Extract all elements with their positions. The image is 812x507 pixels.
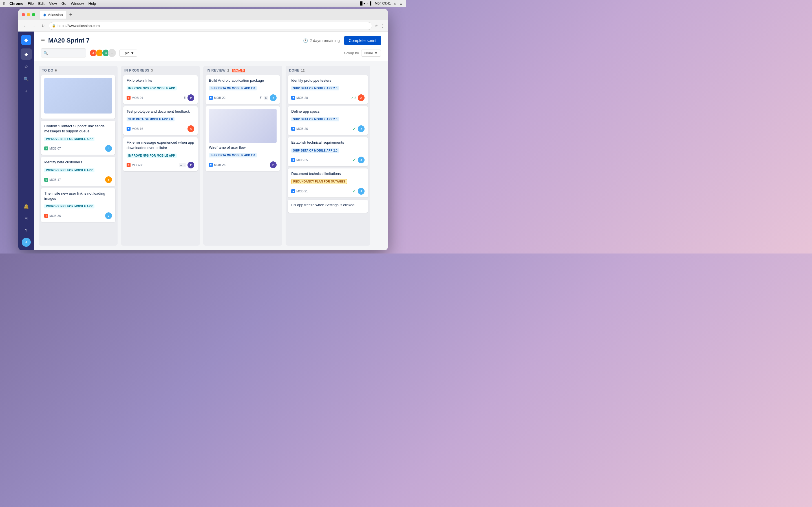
- assignee-avatar: J: [358, 125, 364, 132]
- control-center-icon[interactable]: ☰: [400, 1, 403, 5]
- sidebar-item-notifications[interactable]: 🔔: [20, 201, 32, 212]
- group-by-value: None: [364, 51, 373, 55]
- epic-label: SHIP BETA OF MOBILE APP 2.0: [291, 149, 339, 153]
- epic-label: SHIP BETA OF MOBILE APP 2.0: [209, 86, 257, 91]
- issue-story-icon: S: [44, 178, 48, 182]
- forward-button[interactable]: →: [31, 22, 38, 29]
- column-inreview-count: 2: [227, 69, 229, 72]
- card-inreview-mob22[interactable]: Build Android application package SHIP B…: [206, 75, 280, 104]
- card-footer: ■ MOB-16 A: [126, 125, 194, 132]
- issue-task-icon: ■: [209, 163, 213, 167]
- avatar-filter[interactable]: A B C +: [89, 49, 116, 57]
- issue-task-icon: ■: [291, 96, 295, 100]
- column-done: DONE 12 Identify prototype testers SHIP …: [286, 66, 370, 245]
- back-button[interactable]: ←: [22, 22, 29, 29]
- card-footer: ■ MOB-22 ⎗ 6 J: [209, 94, 276, 101]
- sprint-title: MA20 Sprint 7: [48, 37, 90, 44]
- add-member-icon[interactable]: +: [108, 49, 116, 57]
- card-inprogress-mob01[interactable]: Fix broken links IMPROVE NPS FOR MOBILE …: [123, 75, 198, 104]
- card-title: Fix error message experienced when app d…: [126, 140, 194, 150]
- card-done-fix-freeze[interactable]: Fix app freeze when Settings is clicked: [288, 200, 368, 213]
- search-menubar-icon[interactable]: ⌕: [394, 1, 396, 5]
- close-button[interactable]: [22, 13, 25, 16]
- minimize-button[interactable]: [27, 13, 30, 16]
- sidebar-item-create[interactable]: +: [20, 86, 32, 97]
- done-check-icon: ✓: [352, 188, 356, 194]
- issue-id: MOB-22: [214, 96, 225, 100]
- card-inprogress-mob16[interactable]: Test prototype and document feedback SHI…: [123, 106, 198, 135]
- app-header: ☰ MA20 Sprint 7 🕐 2 days remaining Compl…: [34, 32, 388, 61]
- menu-help[interactable]: Help: [89, 1, 96, 6]
- card-done-mob25[interactable]: Establish technical requirements SHIP BE…: [288, 137, 368, 166]
- group-by-control: Group by None ▼: [344, 50, 381, 57]
- hamburger-icon[interactable]: ☰: [41, 38, 45, 43]
- card-inreview-mob23[interactable]: Wireframe of user flow SHIP BETA OF MOBI…: [206, 106, 280, 171]
- issue-task-icon: ■: [126, 127, 131, 131]
- app-toolbar: 🔍 A B C + Epic ▼ Group by: [41, 48, 381, 61]
- card-meta: ⎗ P: [184, 94, 194, 101]
- card-done-mob26[interactable]: Define app specs SHIP BETA OF MOBILE APP…: [288, 106, 368, 135]
- maximize-button[interactable]: [32, 13, 35, 16]
- card-todo-image[interactable]: [41, 75, 115, 119]
- time-remaining: 🕐 2 days remaining: [303, 38, 340, 43]
- assignee-avatar: J: [105, 145, 112, 152]
- epic-label: SHIP BETA OF MOBILE APP 2.0: [291, 86, 339, 91]
- epic-label: IMPROVE NPS FOR MOBILE APP: [126, 86, 177, 91]
- card-meta: ✓ J: [352, 157, 364, 163]
- group-by-dropdown[interactable]: None ▼: [361, 50, 381, 57]
- more-options-icon[interactable]: ⋮: [380, 24, 384, 28]
- card-footer: ■ MOB-23 P: [209, 161, 276, 168]
- issue-id: MOB-01: [132, 96, 143, 100]
- column-done-title: DONE: [289, 68, 299, 72]
- address-bar[interactable]: 🔒 https://www.atlassian.com: [49, 22, 372, 30]
- assignee-avatar: P: [188, 94, 194, 101]
- issue-id: MOB-26: [296, 127, 308, 130]
- card-title: Fix app freeze when Settings is clicked: [291, 203, 364, 208]
- menu-edit[interactable]: Edit: [38, 1, 45, 6]
- column-todo-title: TO DO: [42, 68, 53, 72]
- epic-filter-label: Epic: [122, 51, 130, 55]
- card-footer: ! MOB-36 J: [44, 212, 112, 219]
- card-id: ! MOB-08: [126, 163, 143, 167]
- sidebar-item-apps[interactable]: ∃: [20, 213, 32, 224]
- browser-titlebar: ◆ Atlassian +: [18, 9, 388, 20]
- bookmark-star-icon[interactable]: ☆: [374, 24, 378, 28]
- card-id: ■ MOB-16: [126, 127, 143, 131]
- sidebar-item-profile[interactable]: J: [22, 238, 31, 247]
- apple-logo-icon[interactable]: : [3, 1, 5, 6]
- card-footer: ■ MOB-20 ✓ 2 A: [291, 94, 364, 101]
- sidebar-item-search[interactable]: 🔍: [20, 73, 32, 84]
- card-title: The invite new user link is not loading …: [44, 191, 112, 201]
- menu-go[interactable]: Go: [61, 1, 66, 6]
- chevron-down-icon: ▼: [131, 51, 134, 55]
- menubar:  Chrome File Edit View Go Window Help █…: [0, 0, 406, 7]
- new-tab-button[interactable]: +: [67, 11, 74, 18]
- card-id: ■ MOB-21: [291, 189, 308, 193]
- reload-button[interactable]: ↻: [40, 22, 47, 29]
- card-todo-mob17[interactable]: Identify beta customers IMPROVE NPS FOR …: [41, 157, 115, 186]
- card-done-mob20[interactable]: Identify prototype testers SHIP BETA OF …: [288, 75, 368, 104]
- main-content: ☰ MA20 Sprint 7 🕐 2 days remaining Compl…: [34, 32, 388, 250]
- card-done-mob21[interactable]: Document technical limitations REDUNDANC…: [288, 168, 368, 198]
- card-inprogress-mob08[interactable]: Fix error message experienced when app d…: [123, 137, 198, 171]
- menu-window[interactable]: Window: [71, 1, 84, 6]
- sidebar-item-home[interactable]: ◆: [20, 48, 32, 60]
- menu-file[interactable]: File: [28, 1, 34, 6]
- search-input[interactable]: 🔍: [41, 48, 86, 57]
- card-todo-mob07[interactable]: Confirm "Contact Support" link sends mes…: [41, 121, 115, 155]
- sidebar-item-starred[interactable]: ☆: [20, 61, 32, 72]
- card-meta: ✓ 2 A: [351, 94, 364, 101]
- card-title: Build Android application package: [209, 78, 276, 83]
- active-tab[interactable]: ◆ Atlassian: [40, 11, 66, 18]
- issue-task-icon: ■: [291, 189, 295, 193]
- menu-chrome[interactable]: Chrome: [9, 1, 23, 6]
- assignee-avatar: J: [105, 212, 112, 219]
- sidebar-item-help[interactable]: ?: [20, 225, 32, 237]
- issue-id: MOB-25: [296, 158, 308, 162]
- epic-filter-dropdown[interactable]: Epic ▼: [119, 50, 137, 57]
- atlassian-logo[interactable]: ◆: [21, 35, 31, 45]
- complete-sprint-button[interactable]: Complete sprint: [344, 36, 381, 45]
- card-todo-mob36[interactable]: The invite new user link is not loading …: [41, 188, 115, 222]
- sidebar: ◆ ◆ ☆ 🔍 + 🔔 ∃ ? J: [18, 32, 34, 250]
- menu-view[interactable]: View: [49, 1, 57, 6]
